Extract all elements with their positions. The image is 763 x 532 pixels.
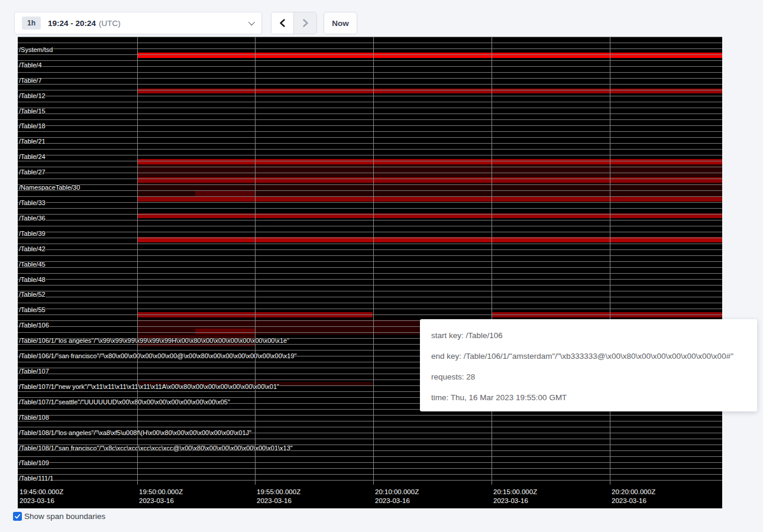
span-row-label: /Table/48 (19, 276, 46, 283)
span-row-label: /Table/36 (19, 215, 46, 222)
span-row-label: /NamespaceTable/30 (19, 184, 80, 191)
span-tooltip: start key: /Table/106 end key: /Table/10… (420, 319, 757, 411)
time-gridline (373, 37, 374, 485)
time-range-badge: 1h (22, 17, 41, 30)
time-gridline (492, 37, 492, 485)
time-gridline (610, 37, 610, 485)
chevron-down-icon (248, 19, 255, 25)
heat-band (195, 329, 255, 335)
span-row-label: /Table/106/1/"san francisco"/"\x80\x00\x… (19, 352, 297, 359)
span-row-label: /Table/7 (19, 77, 42, 84)
tooltip-start-key: start key: /Table/106 (431, 331, 757, 340)
heat-band (137, 89, 722, 93)
time-axis-tick: 20:15:00.000Z2023-03-16 (492, 488, 537, 505)
span-row-label: /Table/108/1/"san francisco"/"\x8c\xcc\x… (19, 445, 293, 452)
heat-band (137, 197, 722, 202)
span-row-label: /Table/106/1/"los angeles"/"\x99\x99\x99… (19, 337, 289, 344)
check-icon (14, 513, 21, 520)
time-gridline (137, 37, 138, 485)
now-button[interactable]: Now (324, 12, 357, 34)
time-axis-tick: 20:10:00.000Z2023-03-16 (373, 488, 419, 505)
span-row-label: /Table/107/1/"seattle"/"UUUUUUD\x00\x80\… (19, 398, 230, 406)
span-row-label: /Table/45 (19, 261, 46, 268)
show-span-boundaries-checkbox[interactable] (13, 512, 22, 521)
tooltip-end-key: end key: /Table/106/1/"amsterdam"/"\xb33… (431, 352, 757, 361)
span-row-label: /Table/108/1/"los angeles"/"\xa8\xf5\u00… (19, 429, 251, 436)
span-row-label: /System/tsd (19, 46, 53, 53)
span-row-label: /Table/21 (19, 138, 46, 145)
heat-band (137, 177, 722, 183)
span-row-label: /Table/107 (19, 368, 49, 375)
heat-band (137, 320, 421, 335)
heat-band (492, 312, 722, 317)
next-interval-button[interactable] (294, 12, 316, 34)
span-row-label: /Table/12 (19, 92, 46, 99)
span-row-label: /Table/108 (19, 414, 49, 421)
span-row-label: /Table/39 (19, 230, 46, 237)
span-row-label: /Table/52 (19, 291, 46, 298)
span-row-label: /Table/106 (19, 322, 49, 329)
heat-band (137, 164, 722, 177)
span-row-label: /Table/4 (19, 61, 42, 69)
span-row-label: /Table/33 (19, 199, 46, 206)
span-row-label: /Table/42 (19, 245, 46, 252)
chevron-left-icon (278, 18, 287, 28)
previous-interval-button[interactable] (271, 12, 294, 34)
span-boundary-lines (18, 37, 722, 485)
tooltip-requests: requests: 28 (431, 372, 757, 381)
span-row-label: /Table/15 (19, 108, 46, 115)
time-nav-group (271, 12, 317, 34)
span-row-label: /Table/107/1/"new york"/"\x11\x11\x11\x1… (19, 383, 279, 390)
heatmap-plot-area[interactable]: /System/tsd/Table/4/Table/7/Table/12/Tab… (18, 37, 722, 485)
time-axis-tick: 19:50:00.000Z2023-03-16 (137, 488, 183, 505)
tooltip-time: time: Thu, 16 Mar 2023 19:55:00 GMT (431, 393, 757, 402)
span-row-label: /Table/24 (19, 153, 46, 160)
footer: Show span boundaries (13, 512, 105, 521)
key-visualizer-heatmap[interactable]: /System/tsd/Table/4/Table/7/Table/12/Tab… (18, 37, 722, 508)
span-row-label: /Table/111/1 (19, 475, 53, 482)
time-axis-tick: 20:20:00.000Z2023-03-16 (610, 488, 655, 505)
heat-band (137, 53, 722, 58)
span-row-label: /Table/18 (19, 122, 46, 129)
time-axis-tick: 19:45:00.000Z2023-03-16 (18, 488, 63, 505)
chevron-right-icon (300, 18, 310, 28)
heat-band (195, 191, 255, 196)
span-row-label: /Table/55 (19, 306, 46, 313)
time-axis-tick: 19:55:00.000Z2023-03-16 (255, 488, 300, 505)
span-row-label: /Table/109 (19, 459, 49, 466)
time-gridline (255, 37, 256, 485)
heat-band (137, 159, 722, 164)
heat-band (137, 237, 722, 242)
time-axis: 19:45:00.000Z2023-03-1619:50:00.000Z2023… (18, 485, 722, 508)
time-range-text: 19:24 - 20:24 (48, 19, 96, 28)
time-range-dropdown[interactable]: 1h 19:24 - 20:24 (UTC) (14, 12, 262, 34)
time-range-timezone: (UTC) (99, 19, 121, 28)
toolbar: 1h 19:24 - 20:24 (UTC) Now (14, 12, 357, 34)
span-row-label: /Table/27 (19, 168, 46, 176)
heat-band (137, 213, 722, 218)
show-span-boundaries-label: Show span boundaries (24, 512, 105, 521)
